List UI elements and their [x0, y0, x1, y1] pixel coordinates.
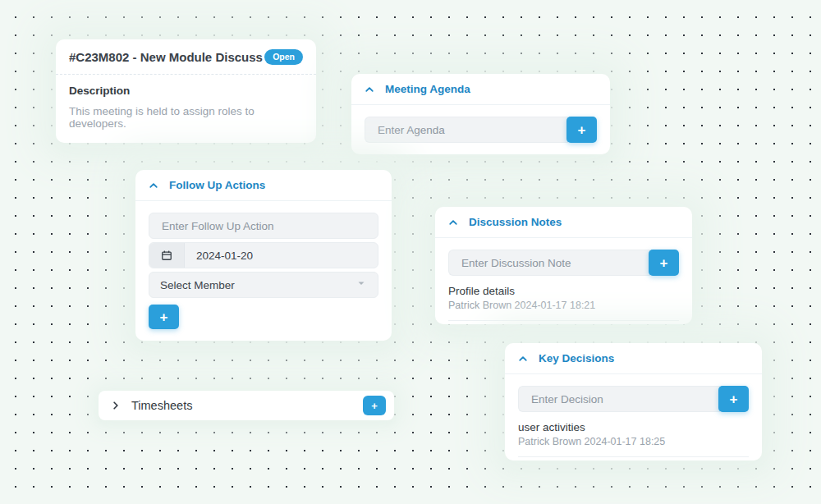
section-title: Meeting Agenda: [385, 83, 470, 95]
add-discussion-note-button[interactable]: +: [649, 250, 679, 276]
timesheets-title: Timesheets: [131, 399, 192, 412]
add-timesheet-button[interactable]: +: [363, 396, 386, 415]
key-decisions-header[interactable]: Key Decisions: [505, 343, 762, 374]
add-agenda-button[interactable]: +: [566, 117, 597, 143]
chevron-up-icon: [448, 218, 458, 227]
section-title: Discussion Notes: [469, 216, 562, 228]
meeting-agenda-card: Meeting Agenda +: [351, 74, 610, 154]
follow-up-input[interactable]: [160, 219, 367, 233]
decision-meta: Patrick Brown 2024-01-17 18:25: [518, 436, 749, 447]
plus-icon: +: [160, 310, 168, 324]
section-title: Follow Up Actions: [169, 179, 265, 191]
follow-up-body: 2024-01-20 Select Member +: [135, 201, 392, 341]
discussion-notes-header[interactable]: Discussion Notes: [435, 207, 692, 238]
member-select[interactable]: Select Member: [149, 272, 378, 298]
timesheets-section[interactable]: Timesheets +: [99, 391, 394, 420]
discussion-notes-body: + Profile details Patrick Brown 2024-01-…: [435, 238, 692, 324]
note-title: Profile details: [448, 285, 679, 297]
plus-icon: +: [730, 392, 738, 406]
follow-up-header[interactable]: Follow Up Actions: [135, 170, 392, 201]
due-date-value: 2024-01-20: [185, 243, 253, 268]
note-meta: Patrick Brown 2024-01-17 18:21: [448, 300, 679, 311]
description-text: This meeting is held to assign roles to …: [69, 105, 303, 130]
plus-icon: +: [371, 400, 378, 412]
key-decisions-card: Key Decisions + user activities Patrick …: [505, 343, 762, 460]
agenda-input-wrap: [365, 117, 568, 143]
add-decision-button[interactable]: +: [718, 386, 749, 412]
agenda-input[interactable]: [376, 123, 557, 137]
list-item: user activities Patrick Brown 2024-01-17…: [518, 412, 749, 457]
plus-icon: +: [660, 256, 668, 270]
meeting-title: #C23M802 - New Module Discuss: [69, 50, 263, 64]
chevron-up-icon: [149, 181, 158, 190]
follow-up-actions-card: Follow Up Actions 2024-01-20 Select Memb…: [135, 170, 392, 341]
discussion-notes-card: Discussion Notes + Profile details Patri…: [435, 207, 692, 324]
list-item: Profile details Patrick Brown 2024-01-17…: [448, 276, 679, 321]
calendar-icon: [149, 243, 185, 268]
chevron-right-icon: [111, 401, 121, 410]
decision-title: user activities: [518, 421, 749, 433]
meeting-details-card: #C23M802 - New Module Discuss Open Descr…: [56, 39, 316, 143]
chevron-up-icon: [518, 354, 528, 364]
decision-input-wrap: [518, 386, 720, 412]
decision-input[interactable]: [530, 392, 709, 406]
plus-icon: +: [578, 123, 586, 137]
chevron-up-icon: [365, 85, 374, 94]
meeting-agenda-header[interactable]: Meeting Agenda: [351, 74, 610, 105]
due-date-field[interactable]: 2024-01-20: [149, 242, 378, 268]
status-badge: Open: [264, 49, 303, 65]
member-select-value: Select Member: [160, 279, 235, 291]
follow-up-input-wrap: [149, 213, 378, 239]
section-title: Key Decisions: [539, 352, 614, 364]
add-follow-up-button[interactable]: +: [149, 305, 179, 329]
meeting-card-header: #C23M802 - New Module Discuss Open: [56, 39, 316, 75]
description-label: Description: [69, 85, 303, 97]
discussion-note-input[interactable]: [460, 256, 640, 270]
meeting-agenda-body: +: [351, 105, 610, 154]
meeting-card-body: Description This meeting is held to assi…: [56, 75, 316, 143]
chevron-down-icon: [355, 277, 367, 292]
discussion-note-input-wrap: [448, 250, 650, 276]
key-decisions-body: + user activities Patrick Brown 2024-01-…: [505, 374, 762, 460]
